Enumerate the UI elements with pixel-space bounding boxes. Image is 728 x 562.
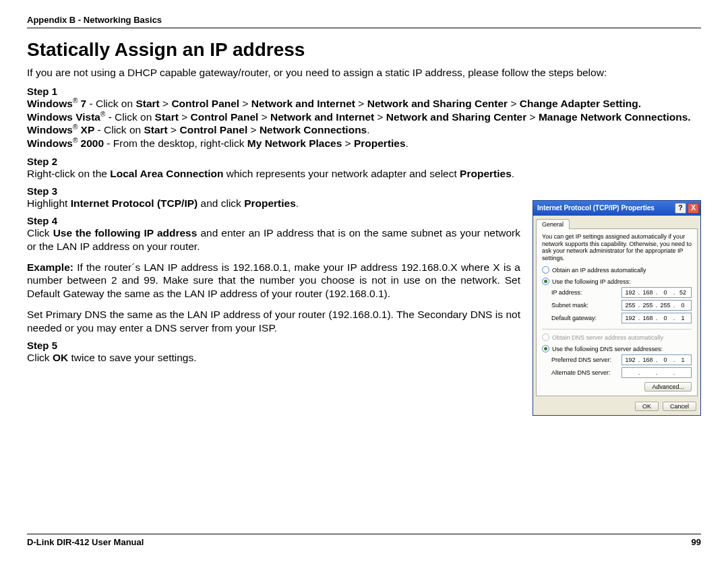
input-subnet-mask[interactable]: 255.255.255.0	[621, 300, 692, 311]
step-4-example: Example: If the router´s LAN IP address …	[27, 261, 520, 300]
dialog-note: You can get IP settings assigned automat…	[542, 233, 692, 262]
dialog-title: Internet Protocol (TCP/IP) Properties	[537, 204, 655, 212]
step-1-win2000: Windows® 2000 - From the desktop, right-…	[27, 137, 701, 150]
ok-button[interactable]: OK	[635, 402, 659, 411]
step-4-label: Step 4	[27, 215, 520, 226]
step-5-label: Step 5	[27, 340, 520, 351]
step-1-label: Step 1	[27, 86, 701, 97]
step-5-text: Click OK twice to save your settings.	[27, 351, 520, 364]
cancel-button[interactable]: Cancel	[663, 402, 696, 411]
radio-icon	[542, 266, 549, 274]
step-4-para1: Click Use the following IP address and e…	[27, 226, 520, 253]
help-button[interactable]: ?	[675, 203, 686, 214]
step-2-text: Right-click on the Local Area Connection…	[27, 167, 701, 180]
radio-obtain-ip-auto[interactable]: Obtain an IP address automatically	[542, 266, 692, 274]
label-preferred-dns: Preferred DNS server:	[551, 356, 611, 363]
input-default-gateway[interactable]: 192.168.0.1	[621, 313, 692, 323]
label-default-gateway: Default gateway:	[551, 315, 597, 321]
label-alternate-dns: Alternate DNS server:	[551, 369, 611, 376]
step-3-text: Highlight Internet Protocol (TCP/IP) and…	[27, 197, 520, 210]
step-1-vista: Windows Vista® - Click on Start > Contro…	[27, 111, 701, 124]
close-button[interactable]: X	[688, 203, 699, 214]
page-footer: D-Link DIR-412 User Manual 99	[27, 534, 701, 547]
input-ip-address[interactable]: 192.168.0.52	[621, 287, 692, 298]
intro-paragraph: If you are not using a DHCP capable gate…	[27, 66, 701, 79]
footer-page-number: 99	[692, 537, 701, 547]
dialog-titlebar[interactable]: Internet Protocol (TCP/IP) Properties ? …	[533, 201, 700, 216]
step-2-label: Step 2	[27, 156, 701, 167]
radio-use-following-ip[interactable]: Use the following IP address:	[542, 278, 692, 285]
radio-obtain-dns-auto: Obtain DNS server address automatically	[542, 334, 692, 341]
step-1-win7: Windows® 7 - Click on Start > Control Pa…	[27, 97, 701, 111]
input-preferred-dns[interactable]: 192.168.0.1	[621, 354, 692, 365]
tcpip-properties-dialog: Internet Protocol (TCP/IP) Properties ? …	[533, 200, 701, 416]
radio-use-following-dns[interactable]: Use the following DNS server addresses:	[542, 345, 692, 352]
input-alternate-dns[interactable]: ...	[621, 367, 692, 378]
tab-general[interactable]: General	[536, 219, 570, 229]
radio-icon	[542, 334, 549, 341]
step-3-label: Step 3	[27, 185, 701, 197]
label-ip-address: IP address:	[551, 289, 582, 296]
step-4-dns: Set Primary DNS the same as the LAN IP a…	[27, 308, 520, 334]
footer-manual-name: D-Link DIR-412 User Manual	[27, 537, 144, 547]
radio-icon-selected	[542, 278, 549, 285]
page-title: Statically Assign an IP address	[27, 39, 701, 61]
step-1-xp: Windows® XP - Click on Start > Control P…	[27, 123, 701, 137]
page-header: Appendix B - Networking Basics	[27, 15, 701, 28]
advanced-button[interactable]: Advanced...	[644, 382, 692, 392]
radio-icon-selected	[542, 345, 549, 352]
label-subnet-mask: Subnet mask:	[551, 302, 588, 309]
